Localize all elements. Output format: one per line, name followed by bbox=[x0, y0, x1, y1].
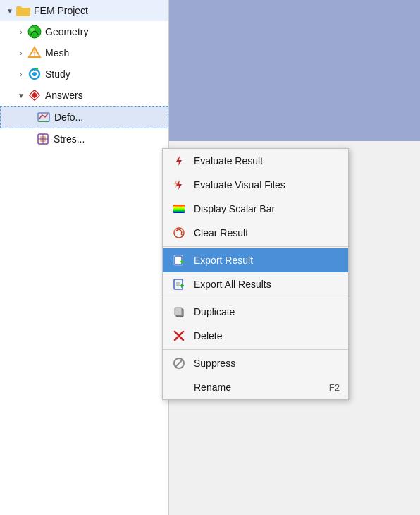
svg-rect-23 bbox=[173, 205, 185, 213]
answers-label: Answers bbox=[45, 90, 83, 101]
display-scalar-label: Display Scalar Bar bbox=[194, 203, 340, 214]
sidebar-item-answers[interactable]: ▼ Answers bbox=[0, 85, 168, 106]
clear-icon bbox=[171, 225, 187, 241]
menu-item-evaluate-result[interactable]: Evaluate Result bbox=[163, 149, 348, 173]
root-expand-arrow[interactable]: ▼ bbox=[4, 5, 16, 16]
menu-item-clear-result[interactable]: Clear Result bbox=[163, 221, 348, 245]
sidebar-item-deformation[interactable]: Defo... bbox=[0, 106, 168, 128]
svg-rect-36 bbox=[175, 308, 182, 315]
lightning-red-icon bbox=[171, 177, 187, 193]
study-expand-arrow[interactable]: › bbox=[16, 68, 27, 80]
separator-3 bbox=[163, 349, 348, 350]
svg-line-40 bbox=[175, 360, 183, 367]
mesh-label: Mesh bbox=[45, 47, 69, 59]
viewport-panel bbox=[169, 0, 420, 141]
gradient-icon bbox=[171, 201, 187, 217]
geometry-label: Geometry bbox=[45, 26, 88, 37]
separator-2 bbox=[163, 298, 348, 298]
geometry-expand-arrow[interactable]: › bbox=[16, 26, 27, 37]
svg-line-25 bbox=[181, 234, 183, 236]
menu-item-display-scalar[interactable]: Display Scalar Bar bbox=[163, 197, 348, 221]
suppress-icon bbox=[171, 356, 187, 371]
mesh-icon bbox=[27, 45, 42, 61]
folder-icon bbox=[16, 3, 31, 18]
sidebar-item-mesh[interactable]: › Mesh bbox=[0, 42, 168, 63]
suppress-label: Suppress bbox=[194, 358, 340, 369]
deformation-icon bbox=[36, 109, 51, 125]
study-label: Study bbox=[45, 68, 70, 80]
rename-label: Rename bbox=[194, 382, 322, 393]
delete-icon bbox=[171, 328, 187, 344]
answers-icon bbox=[27, 87, 42, 103]
geometry-icon bbox=[27, 24, 42, 40]
rename-shortcut: F2 bbox=[329, 382, 340, 393]
lightning-icon bbox=[171, 153, 187, 169]
export-all-label: Export All Results bbox=[194, 279, 340, 290]
menu-item-delete[interactable]: Delete bbox=[163, 324, 348, 348]
evaluate-result-label: Evaluate Result bbox=[194, 155, 340, 166]
sidebar-item-geometry[interactable]: › Geometry bbox=[0, 21, 168, 42]
delete-label: Delete bbox=[194, 330, 340, 341]
export-icon bbox=[171, 253, 187, 268]
separator-1 bbox=[163, 246, 348, 247]
rename-icon bbox=[171, 380, 187, 395]
answers-expand-arrow[interactable]: ▼ bbox=[16, 90, 27, 101]
svg-rect-1 bbox=[16, 6, 22, 9]
deformation-label: Defo... bbox=[54, 111, 83, 123]
export-result-label: Export Result bbox=[194, 255, 340, 266]
duplicate-icon bbox=[171, 304, 187, 320]
stress-label: Stres... bbox=[54, 133, 85, 145]
stress-icon bbox=[35, 131, 51, 147]
sidebar-item-stress[interactable]: Stres... bbox=[0, 128, 168, 150]
export-all-icon bbox=[171, 277, 187, 292]
study-icon bbox=[27, 66, 42, 82]
context-menu: Evaluate Result Evaluate Visual Files bbox=[162, 148, 349, 400]
menu-item-export-all[interactable]: Export All Results bbox=[163, 272, 348, 296]
root-label: FEM Project bbox=[34, 5, 88, 16]
tree-panel: ▼ FEM Project › Geometry › bbox=[0, 0, 169, 515]
duplicate-label: Duplicate bbox=[194, 306, 340, 317]
menu-item-export-result[interactable]: Export Result bbox=[163, 248, 348, 272]
menu-item-rename[interactable]: Rename F2 bbox=[163, 375, 348, 399]
mesh-expand-arrow[interactable]: › bbox=[16, 47, 27, 59]
clear-result-label: Clear Result bbox=[194, 227, 340, 238]
tree-root[interactable]: ▼ FEM Project bbox=[0, 0, 168, 21]
evaluate-visual-label: Evaluate Visual Files bbox=[194, 179, 340, 190]
menu-item-evaluate-visual[interactable]: Evaluate Visual Files bbox=[163, 173, 348, 197]
sidebar-item-study[interactable]: › Study bbox=[0, 63, 168, 85]
svg-marker-20 bbox=[176, 156, 182, 166]
svg-point-9 bbox=[32, 72, 37, 76]
menu-item-suppress[interactable]: Suppress bbox=[163, 351, 348, 375]
menu-item-duplicate[interactable]: Duplicate bbox=[163, 300, 348, 324]
